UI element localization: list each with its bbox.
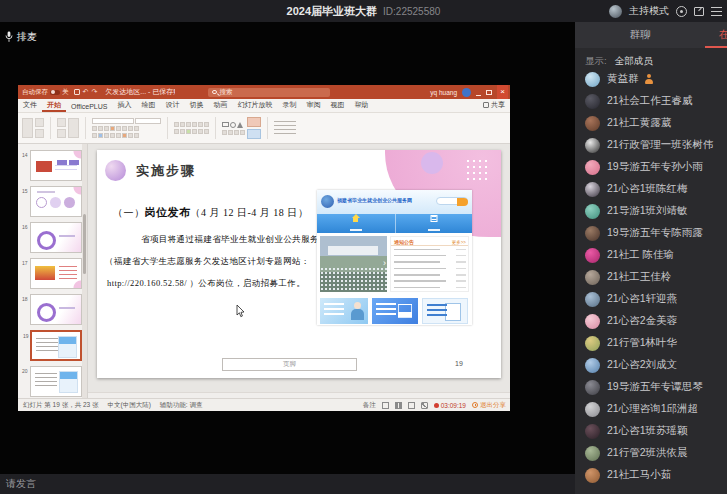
member-name: 19导游五年专陈雨露 — [607, 226, 703, 240]
autosave-toggle[interactable]: 自动保存 关 — [22, 88, 69, 97]
member-name: 21行管1林叶华 — [607, 336, 677, 350]
ribbon-tab[interactable]: 插入 — [112, 100, 136, 112]
ribbon-group-drawing[interactable] — [222, 116, 261, 140]
menu-icon[interactable] — [711, 7, 722, 16]
ribbon-tab[interactable]: 设计 — [160, 100, 184, 112]
slide-thumbnail[interactable]: 20 — [30, 366, 82, 397]
member-name: 21心理咨询1邱洲超 — [607, 402, 698, 416]
mic-queue-button[interactable]: 排麦 — [5, 30, 37, 44]
host-badge-icon — [644, 74, 654, 85]
member-row[interactable]: 21社工黄露葳 — [575, 112, 727, 134]
language-status[interactable]: 中文(中国大陆) — [108, 401, 151, 410]
host-mode-button[interactable]: 主持模式 — [629, 4, 669, 18]
member-row[interactable]: 21社工王佳柃 — [575, 266, 727, 288]
minimize-button[interactable] — [476, 95, 481, 96]
member-row[interactable]: 21行管2班洪依晨 — [575, 442, 727, 464]
close-button[interactable]: × — [497, 85, 508, 99]
member-row[interactable]: 21心咨1班苏瑶颖 — [575, 420, 727, 442]
slide-thumbnail[interactable]: 14 — [30, 150, 82, 181]
member-row[interactable]: 黄益群 — [575, 68, 727, 90]
member-avatar — [585, 358, 600, 373]
restore-button[interactable] — [486, 90, 492, 95]
member-row[interactable]: 21导游1班刘靖敏 — [575, 200, 727, 222]
save-icon[interactable] — [74, 89, 80, 95]
thumbnail-preview — [31, 259, 81, 288]
website-screenshot: 福建省毕业生就业创业公共服务网 通知公告 — [317, 190, 472, 325]
ribbon-group-clipboard[interactable] — [22, 116, 44, 140]
filter-value-dropdown[interactable]: 全部成员 — [615, 55, 653, 68]
slide-position-status: 幻灯片 第 19 张，共 23 张 — [23, 401, 99, 410]
ribbon-tab[interactable]: OfficePLUS — [66, 103, 112, 112]
member-row[interactable]: 21心咨1班陈红梅 — [575, 178, 727, 200]
member-avatar — [585, 248, 600, 263]
ribbon-tab[interactable]: 文件 — [18, 100, 42, 112]
normal-view-icon[interactable] — [382, 402, 389, 409]
member-row[interactable]: 21心咨2刘成文 — [575, 354, 727, 376]
website-title: 福建省毕业生就业创业公共服务网 — [337, 197, 412, 203]
website-banner-card — [422, 298, 468, 324]
thumbnail-preview — [32, 332, 80, 359]
mic-queue-label: 排麦 — [17, 30, 37, 44]
ribbon-tab[interactable]: 切换 — [184, 100, 208, 112]
ribbon-tab[interactable]: 绘图 — [136, 100, 160, 112]
ribbon-tab[interactable]: 动画 — [208, 100, 232, 112]
slide-thumbnail[interactable]: 15 — [30, 186, 82, 217]
service-hall-icon — [430, 215, 437, 222]
ribbon-tab[interactable]: 幻灯片放映 — [232, 100, 277, 112]
ribbon-tab[interactable]: 审阅 — [301, 100, 325, 112]
ribbon-group-paragraph[interactable] — [174, 116, 209, 140]
slideshow-icon[interactable] — [421, 402, 428, 409]
member-avatar — [585, 182, 600, 197]
notes-button[interactable]: 备注 — [363, 401, 376, 410]
ppt-search-box[interactable]: 搜索 — [208, 88, 330, 97]
ribbon-tab[interactable]: 录制 — [277, 100, 301, 112]
ribbon-tab[interactable]: 开始 — [42, 100, 66, 112]
slide-thumbnail[interactable]: 16 — [30, 222, 82, 253]
ribbon-tab-bar: 文件 开始 OfficePLUS 插入 绘图 设计 切换 动画 幻灯片放映 录制… — [18, 99, 510, 113]
member-row[interactable]: 21心咨2金美蓉 — [575, 310, 727, 332]
settings-gear-icon[interactable] — [676, 6, 687, 17]
exit-share-button[interactable]: 退出分享 — [472, 401, 506, 410]
reading-view-icon[interactable] — [408, 402, 415, 409]
redo-icon[interactable]: ↷ — [91, 88, 97, 96]
thumbnail-preview — [31, 151, 81, 180]
popout-window-icon[interactable] — [694, 7, 704, 16]
share-button[interactable]: 共享 — [483, 100, 505, 110]
ribbon-tab[interactable]: 帮助 — [349, 100, 373, 112]
slide-body-line: http://220.160.52.58/ ）公布岗位，启动招募工作。 — [105, 278, 305, 290]
accessibility-status[interactable]: 辅助功能: 调查 — [160, 401, 203, 410]
slide-thumbnail[interactable]: 18 — [30, 294, 82, 325]
thumbnail-preview — [31, 295, 81, 324]
slide-thumbnail[interactable]: 19 — [30, 330, 82, 361]
ribbon-group-font[interactable] — [92, 116, 161, 140]
member-name: 21导游1班刘靖敏 — [607, 204, 688, 218]
account-avatar — [462, 88, 471, 97]
undo-icon[interactable]: ↶ — [83, 88, 89, 96]
member-row[interactable]: 21行管1林叶华 — [575, 332, 727, 354]
thumbnail-scrollbar[interactable] — [82, 144, 87, 398]
member-row[interactable]: 21心咨1轩迎燕 — [575, 288, 727, 310]
member-row[interactable]: 21社会工作王睿威 — [575, 90, 727, 112]
member-name: 21行政管理一班张树伟 — [607, 138, 713, 152]
slide-sorter-icon[interactable] — [395, 402, 402, 409]
ribbon-group-editing[interactable] — [274, 116, 296, 140]
member-avatar — [585, 402, 600, 417]
slide-thumbnail[interactable]: 17 — [30, 258, 82, 289]
member-avatar — [585, 270, 600, 285]
member-row[interactable]: 21行政管理一班张树伟 — [575, 134, 727, 156]
member-row[interactable]: 19导游五年专孙小雨 — [575, 156, 727, 178]
account-name[interactable]: yq huang — [430, 89, 457, 96]
member-row[interactable]: 21社工 陈佳瑜 — [575, 244, 727, 266]
member-row[interactable]: 21心理咨询1邱洲超 — [575, 398, 727, 420]
member-name: 21社工 陈佳瑜 — [607, 248, 674, 262]
member-row[interactable]: 19导游五年专陈雨露 — [575, 222, 727, 244]
ribbon-group-slides[interactable] — [57, 116, 79, 140]
tab-online-members[interactable]: 在线成员 — [705, 22, 727, 48]
message-input-bar[interactable]: 请发言 — [0, 474, 575, 494]
member-row[interactable]: 19导游五年专谭思琴 — [575, 376, 727, 398]
ribbon-tab[interactable]: 视图 — [325, 100, 349, 112]
thumbnail-number: 17 — [22, 260, 28, 266]
tab-group-chat[interactable]: 群聊 — [575, 22, 705, 48]
member-row[interactable]: 21社工马小茹 — [575, 464, 727, 486]
member-name: 19导游五年专谭思琴 — [607, 380, 703, 394]
